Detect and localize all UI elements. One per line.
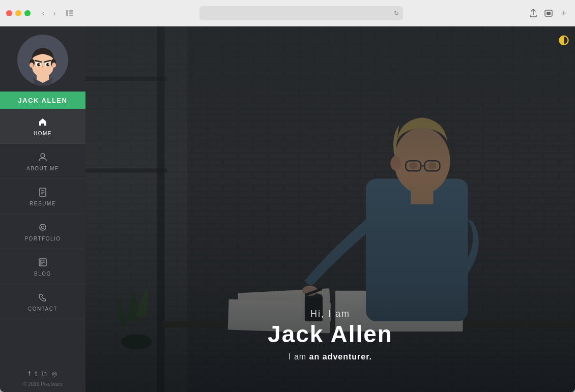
svg-point-12 — [52, 63, 56, 68]
twitter-icon[interactable]: t — [35, 370, 37, 377]
traffic-lights — [6, 10, 31, 16]
sidebar: JACK ALLEN HOME — [0, 26, 85, 392]
sidebar-item-contact[interactable]: CONTACT — [0, 284, 85, 319]
svg-point-18 — [48, 64, 49, 65]
address-bar[interactable]: ↻ — [199, 6, 403, 20]
back-button[interactable]: ‹ — [39, 9, 48, 18]
sidebar-item-about[interactable]: ABOUT ME — [0, 144, 85, 179]
hi-text: Hi, I am — [85, 309, 575, 319]
sidebar-item-portfolio[interactable]: PORTFOLIO — [0, 214, 85, 249]
main-content: ◐ Hi, I am Jack Allen I am an adventurer… — [85, 26, 575, 392]
about-icon — [38, 152, 48, 164]
svg-rect-2 — [69, 12, 73, 14]
close-button[interactable] — [6, 10, 12, 16]
svg-point-16 — [46, 63, 49, 67]
svg-rect-3 — [69, 15, 73, 16]
avatar-section: JACK ALLEN — [0, 26, 85, 109]
hero-text: Hi, I am Jack Allen I am an adventurer. — [85, 309, 575, 361]
name-badge-text: JACK ALLEN — [18, 97, 68, 104]
sidebar-item-blog[interactable]: BLOG — [0, 249, 85, 284]
svg-rect-1 — [69, 10, 73, 12]
portfolio-icon — [38, 222, 48, 234]
sidebar-footer: f t in ◎ © 2019 Pixelwars — [0, 364, 85, 392]
contact-icon — [38, 292, 48, 304]
svg-point-11 — [30, 63, 34, 68]
nav-arrows: ‹ › — [39, 9, 59, 18]
svg-point-17 — [39, 64, 40, 65]
browser-window: JACK ALLEN HOME — [0, 26, 575, 392]
svg-point-15 — [37, 63, 40, 67]
loading-indicator: ◐ — [558, 33, 569, 47]
minimize-button[interactable] — [15, 10, 21, 16]
tagline-start: I am — [289, 352, 309, 361]
sidebar-item-home-label: HOME — [34, 131, 52, 136]
sidebar-item-resume[interactable]: RESUME — [0, 179, 85, 214]
hero-name: Jack Allen — [85, 321, 575, 347]
tagline-bold: an adventurer. — [309, 352, 372, 361]
home-icon — [38, 117, 48, 129]
blog-icon — [38, 257, 48, 269]
address-bar-container: ↻ — [78, 6, 524, 20]
facebook-icon[interactable]: f — [28, 370, 30, 377]
name-badge: JACK ALLEN — [0, 92, 85, 109]
sidebar-item-portfolio-label: PORTFOLIO — [24, 236, 61, 242]
copyright-text: © 2019 Pixelwars — [23, 381, 63, 387]
resume-icon — [38, 187, 48, 199]
svg-point-24 — [40, 224, 46, 230]
sidebar-item-about-label: ABOUT ME — [26, 166, 59, 171]
svg-rect-0 — [66, 10, 68, 16]
svg-point-19 — [41, 154, 45, 158]
linkedin-icon[interactable]: in — [42, 370, 47, 377]
titlebar: ‹ › ↻ + — [0, 0, 575, 26]
sidebar-item-contact-label: CONTACT — [28, 306, 58, 312]
avatar — [17, 35, 68, 85]
social-icons: f t in ◎ — [28, 370, 57, 377]
share-button[interactable] — [528, 8, 538, 18]
hero-tagline: I am an adventurer. — [85, 352, 575, 361]
nav-menu: HOME ABOUT ME — [0, 109, 85, 364]
svg-rect-5 — [547, 12, 551, 15]
sidebar-item-blog-label: BLOG — [34, 271, 51, 277]
sidebar-toggle-icon[interactable] — [65, 9, 74, 18]
window-icons — [65, 9, 74, 18]
maximize-button[interactable] — [24, 10, 31, 16]
toolbar-right: + — [528, 8, 569, 18]
sidebar-item-resume-label: RESUME — [30, 201, 56, 206]
tabs-button[interactable] — [543, 8, 554, 18]
sidebar-item-home[interactable]: HOME — [0, 109, 85, 144]
reload-icon[interactable]: ↻ — [394, 10, 399, 17]
forward-button[interactable]: › — [50, 9, 59, 18]
instagram-icon[interactable]: ◎ — [52, 370, 57, 377]
svg-point-25 — [42, 226, 44, 229]
new-tab-button[interactable]: + — [559, 8, 569, 18]
